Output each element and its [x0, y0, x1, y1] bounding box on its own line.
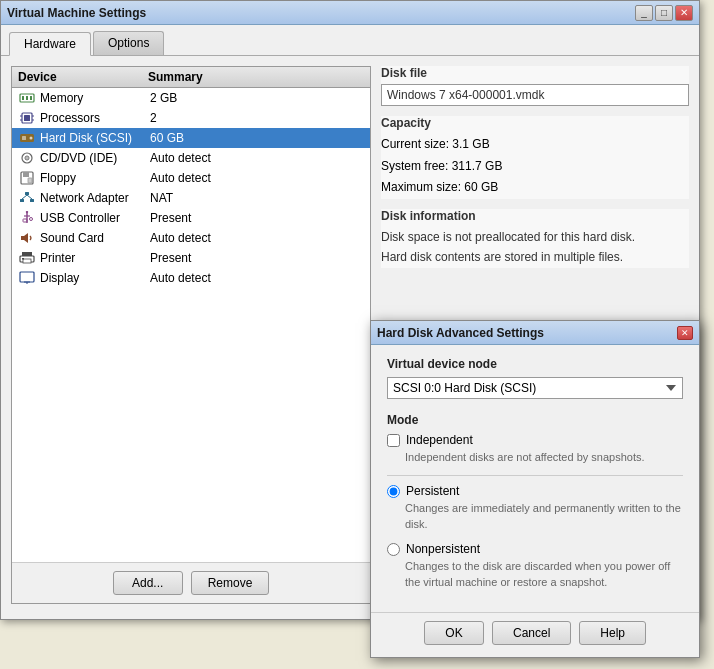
- hdd-icon: [18, 130, 36, 146]
- persistent-description: Changes are immediately and permanently …: [405, 501, 683, 532]
- help-button[interactable]: Help: [579, 621, 646, 645]
- device-list: Memory 2 GB Processors 2 Hard Disk (SCSI…: [12, 88, 370, 562]
- nonpersistent-radio[interactable]: [387, 543, 400, 556]
- nonpersistent-label[interactable]: Nonpersistent: [406, 542, 480, 556]
- memory-icon: [18, 90, 36, 106]
- device-row-processors[interactable]: Processors 2: [12, 108, 370, 128]
- svg-rect-33: [22, 258, 24, 260]
- device-summary-network: NAT: [150, 191, 364, 205]
- svg-rect-17: [23, 172, 29, 177]
- capacity-label: Capacity: [381, 116, 689, 130]
- persistent-row: Persistent: [387, 484, 683, 498]
- svg-line-23: [27, 195, 32, 199]
- independent-description: Independent disks are not affected by sn…: [405, 450, 683, 465]
- device-panel: Device Summary Memory 2 GB Processors: [11, 66, 371, 604]
- capacity-info: Current size: 3.1 GB System free: 311.7 …: [381, 134, 689, 199]
- disk-info-line1: Disk space is not preallocated for this …: [381, 227, 689, 247]
- disk-info-line2: Hard disk contents are stored in multipl…: [381, 247, 689, 267]
- system-free: System free: 311.7 GB: [381, 156, 689, 178]
- tab-options[interactable]: Options: [93, 31, 164, 55]
- cancel-button[interactable]: Cancel: [492, 621, 571, 645]
- adv-dialog-title: Hard Disk Advanced Settings: [377, 326, 544, 340]
- svg-point-28: [30, 218, 33, 221]
- device-name-memory: Memory: [40, 91, 150, 105]
- device-name-sound: Sound Card: [40, 231, 150, 245]
- svg-rect-19: [25, 192, 29, 195]
- maximize-button[interactable]: □: [655, 5, 673, 21]
- svg-rect-32: [23, 259, 31, 263]
- device-panel-buttons: Add... Remove: [12, 562, 370, 603]
- disk-file-section: Disk file: [381, 66, 689, 106]
- disk-file-input[interactable]: [381, 84, 689, 106]
- virtual-device-node-row: SCSI 0:0 Hard Disk (SCSI): [387, 377, 683, 399]
- device-row-hdd[interactable]: Hard Disk (SCSI) 60 GB: [12, 128, 370, 148]
- device-row-floppy[interactable]: Floppy Auto detect: [12, 168, 370, 188]
- device-col-header: Device: [18, 70, 148, 84]
- nonpersistent-row: Nonpersistent: [387, 542, 683, 556]
- disk-info-section: Disk information Disk space is not preal…: [381, 209, 689, 268]
- device-row-usb[interactable]: USB Controller Present: [12, 208, 370, 228]
- device-row-display[interactable]: Display Auto detect: [12, 268, 370, 288]
- mode-divider: [387, 475, 683, 476]
- svg-rect-34: [20, 272, 34, 282]
- minimize-button[interactable]: _: [635, 5, 653, 21]
- device-summary-processors: 2: [150, 111, 364, 125]
- persistent-label[interactable]: Persistent: [406, 484, 459, 498]
- close-button[interactable]: ✕: [675, 5, 693, 21]
- device-row-memory[interactable]: Memory 2 GB: [12, 88, 370, 108]
- svg-point-12: [30, 137, 33, 140]
- persistent-radio[interactable]: [387, 485, 400, 498]
- window-title: Virtual Machine Settings: [7, 6, 146, 20]
- independent-checkbox[interactable]: [387, 434, 400, 447]
- window-controls: _ □ ✕: [635, 5, 693, 21]
- svg-marker-29: [21, 233, 28, 243]
- virtual-device-node-label: Virtual device node: [387, 357, 683, 371]
- device-summary-sound: Auto detect: [150, 231, 364, 245]
- svg-rect-30: [22, 252, 32, 256]
- tab-hardware[interactable]: Hardware: [9, 32, 91, 56]
- virtual-device-node-select[interactable]: SCSI 0:0 Hard Disk (SCSI): [387, 377, 683, 399]
- svg-line-22: [22, 195, 27, 199]
- device-name-floppy: Floppy: [40, 171, 150, 185]
- adv-title-bar: Hard Disk Advanced Settings ✕: [371, 321, 699, 345]
- remove-button[interactable]: Remove: [191, 571, 270, 595]
- disk-info-label: Disk information: [381, 209, 689, 223]
- device-row-sound[interactable]: Sound Card Auto detect: [12, 228, 370, 248]
- device-row-network[interactable]: Network Adapter NAT: [12, 188, 370, 208]
- add-button[interactable]: Add...: [113, 571, 183, 595]
- usb-icon: [18, 210, 36, 226]
- sound-icon: [18, 230, 36, 246]
- title-bar: Virtual Machine Settings _ □ ✕: [1, 1, 699, 25]
- device-row-printer[interactable]: Printer Present: [12, 248, 370, 268]
- device-name-hdd: Hard Disk (SCSI): [40, 131, 150, 145]
- display-icon: [18, 270, 36, 286]
- device-summary-memory: 2 GB: [150, 91, 364, 105]
- device-summary-display: Auto detect: [150, 271, 364, 285]
- adv-dialog: Hard Disk Advanced Settings ✕ Virtual de…: [370, 320, 700, 658]
- ok-button[interactable]: OK: [424, 621, 484, 645]
- device-name-printer: Printer: [40, 251, 150, 265]
- printer-icon: [18, 250, 36, 266]
- svg-rect-5: [24, 115, 30, 121]
- independent-label[interactable]: Independent: [406, 433, 473, 447]
- svg-point-15: [26, 157, 28, 159]
- device-summary-cdrom: Auto detect: [150, 151, 364, 165]
- cpu-icon: [18, 110, 36, 126]
- device-name-usb: USB Controller: [40, 211, 150, 225]
- maximum-size: Maximum size: 60 GB: [381, 177, 689, 199]
- device-row-cdrom[interactable]: CD/DVD (IDE) Auto detect: [12, 148, 370, 168]
- adv-close-button[interactable]: ✕: [677, 326, 693, 340]
- nonpersistent-description: Changes to the disk are discarded when y…: [405, 559, 683, 590]
- summary-col-header: Summary: [148, 70, 364, 84]
- floppy-icon: [18, 170, 36, 186]
- capacity-section: Capacity Current size: 3.1 GB System fre…: [381, 116, 689, 199]
- current-size: Current size: 3.1 GB: [381, 134, 689, 156]
- device-summary-floppy: Auto detect: [150, 171, 364, 185]
- device-summary-hdd: 60 GB: [150, 131, 364, 145]
- svg-rect-20: [20, 199, 24, 202]
- disk-info-text: Disk space is not preallocated for this …: [381, 227, 689, 268]
- svg-rect-3: [30, 96, 32, 100]
- device-summary-usb: Present: [150, 211, 364, 225]
- mode-label: Mode: [387, 413, 683, 427]
- svg-rect-2: [26, 96, 28, 100]
